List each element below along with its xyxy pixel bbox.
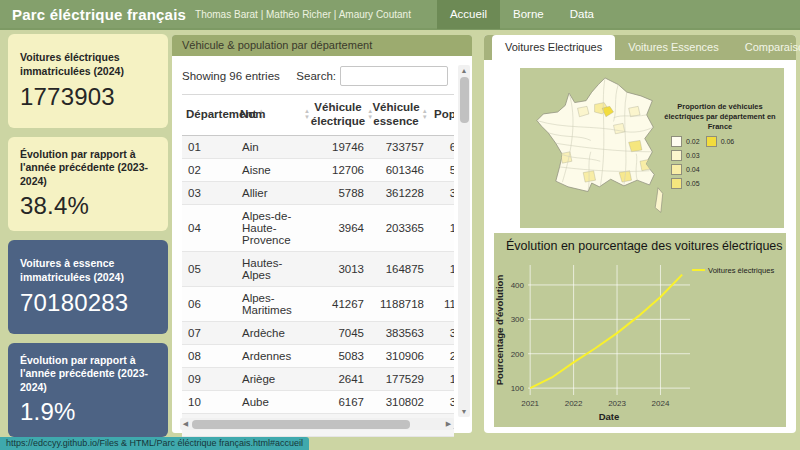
column-header-vehicule-electrique[interactable]: Véhicule électrique▲▼ [314, 95, 370, 136]
table-body: 01Ain1974673375765243202Aisne12706601346… [182, 135, 454, 436]
scroll-down-icon[interactable]: ▼ [458, 406, 470, 417]
table-cell: 10 [182, 390, 236, 413]
sort-icon[interactable]: ▲▼ [304, 109, 310, 120]
column-header-departement[interactable]: Département▲▼ [182, 95, 236, 136]
table-cell: 733757 [370, 135, 430, 158]
map-legend-item: 0.03 [671, 150, 700, 161]
legend-swatch [706, 136, 717, 147]
stat-value: 38.4% [20, 192, 156, 220]
map-legend-item: 0.02 [671, 136, 700, 147]
tab-comparaison[interactable]: Comparaison [732, 35, 800, 60]
table-cell: 310802 [370, 390, 430, 413]
legend-value: 0.06 [721, 138, 735, 145]
evolution-chart-title: Évolution en pourcentage des voitures él… [494, 233, 786, 253]
x-tick-label: 2024 [652, 399, 670, 408]
table-row: 09Ariège2641177529153287 [182, 367, 454, 390]
table-cell: 531345 [430, 158, 454, 181]
table-cell: 164875 [370, 251, 430, 286]
table-cell: 337988 [430, 181, 454, 204]
vertical-scrollbar[interactable]: ▲ ▼ [458, 65, 470, 417]
table-cell: 164308 [430, 204, 454, 251]
x-axis-label: Date [599, 411, 620, 422]
table-cell: 09 [182, 367, 236, 390]
table-cell: Allier [236, 181, 314, 204]
map-legend-item: 0.06 [706, 136, 735, 147]
horizontal-scrollbar[interactable]: ◀ ▶ [180, 418, 454, 430]
stat-card-electric-evolution: Évolution par rapport à l'année précéden… [8, 137, 168, 231]
legend-value: 0.02 [686, 138, 700, 145]
table-row: 03Allier5788361228337988 [182, 181, 454, 204]
search-wrap: Search: [296, 66, 448, 86]
nav-tab-accueil[interactable]: Accueil [437, 0, 500, 29]
column-header-population[interactable]: Population▲▼ [430, 95, 454, 136]
table-cell: 141284 [430, 251, 454, 286]
tab-voitures-electriques[interactable]: Voitures Electriques [492, 35, 615, 60]
table-cell: 07 [182, 321, 236, 344]
table-cell: Aube [236, 390, 314, 413]
search-input[interactable] [340, 66, 448, 86]
table-cell: Ardèche [236, 321, 314, 344]
column-header-vehicule-essence[interactable]: Véhicule essence▲▼ [370, 95, 430, 136]
legend-value: 0.04 [686, 166, 700, 173]
column-header-nom[interactable]: Nom▲▼ [236, 95, 314, 136]
nav-tab-data[interactable]: Data [557, 0, 607, 29]
horizontal-scrollbar-thumb[interactable] [192, 420, 410, 429]
france-map-figure: Proportion de véhicules électriques par … [520, 68, 784, 228]
legend-value: 0.03 [686, 152, 700, 159]
stat-label: Voitures à essence immatriculées (2024) [20, 257, 156, 284]
table-row: 10Aube6167310802310242 [182, 390, 454, 413]
app-authors: Thomas Barat | Mathéo Richer | Amaury Co… [195, 9, 411, 20]
stat-label: Évolution par rapport à l'année précéden… [20, 354, 156, 395]
table-cell: 153287 [430, 367, 454, 390]
nav-tab-borne[interactable]: Borne [500, 0, 557, 29]
browser-status-bar: https://edccyy.github.io/Files & HTML/Pa… [0, 437, 309, 450]
table-cell: 177529 [370, 367, 430, 390]
table-cell: 652432 [430, 135, 454, 158]
table-panel: Véhicule & population par département Sh… [172, 35, 472, 433]
table-info-row: Showing 96 entries Search: [182, 66, 448, 86]
legend-swatch [671, 178, 682, 189]
nav-tabs: Accueil Borne Data [437, 0, 607, 29]
table-cell: 361228 [370, 181, 430, 204]
map-legend-item: 0.04 [671, 164, 700, 175]
map-legend-items: 0.020.030.040.05 0.06 [661, 136, 779, 189]
table-cell: Ardennes [236, 344, 314, 367]
table-cell: 03 [182, 181, 236, 204]
table-cell: 41267 [314, 286, 370, 321]
table-cell: 19746 [314, 135, 370, 158]
table-cell: 1103547 [430, 286, 454, 321]
sort-icon[interactable]: ▲▼ [422, 109, 428, 120]
legend-value: 0.05 [686, 180, 700, 187]
scroll-right-icon[interactable]: ▶ [443, 418, 454, 430]
legend-swatch [671, 136, 682, 147]
table-cell: 5083 [314, 344, 370, 367]
table-cell: Ain [236, 135, 314, 158]
right-panel: Voitures Electriques Voitures Essences C… [484, 35, 796, 433]
table-cell: 12706 [314, 158, 370, 181]
scroll-up-icon[interactable]: ▲ [458, 65, 470, 76]
stat-value: 70180283 [20, 289, 156, 317]
tab-voitures-essences[interactable]: Voitures Essences [615, 35, 732, 60]
x-tick-label: 2021 [521, 399, 539, 408]
table-cell: 383563 [370, 321, 430, 344]
vertical-scrollbar-thumb[interactable] [460, 77, 469, 123]
table-cell: 203365 [370, 204, 430, 251]
table-cell: 7045 [314, 321, 370, 344]
scroll-left-icon[interactable]: ◀ [180, 418, 191, 430]
x-tick-label: 2022 [565, 399, 583, 408]
y-tick-label: 300 [511, 315, 525, 324]
right-panel-tabbar: Voitures Electriques Voitures Essences C… [484, 35, 796, 60]
table-cell: Aisne [236, 158, 314, 181]
table-row: 06Alpes-Maritimes4126711887181103547 [182, 286, 454, 321]
y-tick-label: 400 [511, 281, 525, 290]
table-cell: 02 [182, 158, 236, 181]
stat-value: 1.9% [20, 398, 156, 426]
table-cell: Ariège [236, 367, 314, 390]
app-header: Parc éléctrique français Thomas Barat | … [0, 0, 800, 30]
table-cell: 08 [182, 344, 236, 367]
map-legend-column-1: 0.020.030.040.05 [671, 136, 700, 189]
table-cell: 328278 [430, 321, 454, 344]
france-choropleth-map [534, 72, 676, 224]
evolution-chart-svg: 2021202220232024100200300400Voitures éle… [494, 255, 786, 425]
electric-cars-line [530, 275, 682, 388]
